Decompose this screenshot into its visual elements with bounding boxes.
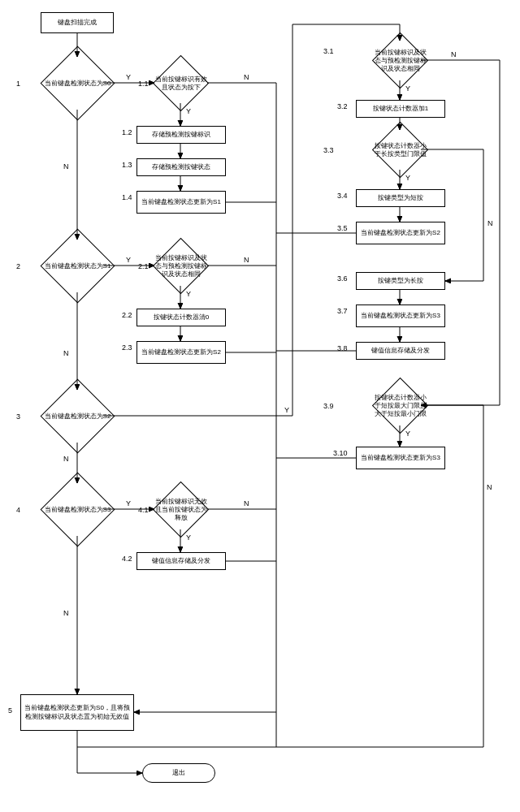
b3-8: 键值信息存储及分发 [356, 342, 445, 360]
n2-3: 2.3 [122, 343, 132, 352]
n3-9: 3.9 [323, 402, 334, 410]
n3-1: 3.1 [323, 47, 334, 55]
d4-1-text: 当前按键标识无效且当前按键状态为释放 [153, 490, 209, 529]
b3-10: 当前键盘检测状态更新为S3 [356, 447, 445, 469]
b1-2: 存储预检测按键标识 [136, 126, 226, 144]
d4-1-Y: Y [186, 533, 191, 542]
d2-1-Y: Y [186, 290, 191, 298]
n5: 5 [8, 706, 12, 715]
d1-text: 当前键盘检测状态为S0 [41, 57, 115, 110]
n4: 4 [16, 506, 20, 514]
b1-3: 存储预检测按键状态 [136, 158, 226, 176]
d3-9-Y: Y [405, 430, 410, 438]
d2-N: N [63, 349, 69, 357]
b5: 当前键盘检测状态更新为S0，且将预检测按键标识及状态置为初始无效值 [20, 694, 134, 731]
n1-4: 1.4 [122, 193, 132, 201]
d1-N: N [63, 162, 69, 171]
b4-2: 键值信息存储及分发 [136, 552, 226, 570]
n3-2: 3.2 [337, 102, 348, 110]
d4-1-N: N [244, 499, 249, 508]
d3-1-text: 当前按键标识及状态与预检测按键标识及状态相同 [372, 41, 428, 80]
start: 键盘扫描完成 [41, 12, 114, 33]
d3-1: 当前按键标识及状态与预检测按键标识及状态相同 [380, 41, 420, 80]
b1-4: 当前键盘检测状态更新为S1 [136, 191, 226, 214]
d3-9-text: 按键状态计数器小于短按最大门限且大于短按最小门限 [372, 386, 428, 425]
d4-text: 当前键盘检测状态为S3 [41, 483, 115, 536]
d1-1-Y: Y [186, 107, 191, 115]
d2-1-N: N [244, 256, 249, 264]
n1-3: 1.3 [122, 161, 132, 169]
d3-1-Y: Y [405, 84, 410, 93]
d3-9: 按键状态计数器小于短按最大门限且大于短按最小门限 [380, 386, 420, 425]
d1-1-text: 当前按键标识有效且状态为按下 [153, 63, 209, 103]
d4: 当前键盘检测状态为S3 [51, 483, 104, 536]
b3-5: 当前键盘检测状态更新为S2 [356, 222, 445, 244]
d1: 当前键盘检测状态为S0 [51, 57, 104, 110]
n3-3: 3.3 [323, 146, 334, 154]
d3-text: 当前键盘检测状态为S2 [41, 390, 115, 443]
d2-1: 当前按键标识及状态与预检测按键标识及状态相同 [161, 246, 201, 286]
d4-1: 当前按键标识无效且当前按键状态为释放 [161, 490, 201, 529]
d3-9-N: N [487, 483, 492, 491]
b3-6: 按键类型为长按 [356, 272, 445, 290]
n3-4: 3.4 [337, 192, 348, 200]
d2-text: 当前键盘检测状态为S1 [41, 240, 115, 292]
n1-2: 1.2 [122, 128, 132, 136]
d4-N: N [63, 609, 69, 617]
d2-Y: Y [126, 256, 131, 264]
b3-4: 按键类型为短按 [356, 189, 445, 207]
n2-2: 2.2 [122, 311, 132, 319]
n3: 3 [16, 412, 20, 421]
d3: 当前键盘检测状态为S2 [51, 390, 104, 443]
n2-1: 2.1 [138, 262, 149, 270]
d3-3-text: 按键状态计数器小于长按类型门限值 [372, 130, 428, 170]
d3-Y: Y [284, 406, 289, 414]
b3-7: 当前键盘检测状态更新为S3 [356, 304, 445, 327]
n3-10: 3.10 [333, 449, 348, 457]
d3-1-N: N [451, 50, 457, 58]
d1-1: 当前按键标识有效且状态为按下 [161, 63, 201, 103]
n2: 2 [16, 262, 20, 270]
n3-5: 3.5 [337, 224, 348, 232]
n1: 1 [16, 80, 20, 88]
d3-3: 按键状态计数器小于长按类型门限值 [380, 130, 420, 170]
d4-Y: Y [126, 499, 131, 508]
d3-N: N [63, 455, 69, 463]
d1-1-N: N [244, 73, 249, 81]
n3-7: 3.7 [337, 307, 348, 315]
n4-2: 4.2 [122, 555, 132, 563]
b2-3: 当前键盘检测状态更新为S2 [136, 341, 226, 364]
end: 退出 [142, 763, 215, 783]
d2-1-text: 当前按键标识及状态与预检测按键标识及状态相同 [153, 246, 209, 286]
n1-1: 1.1 [138, 80, 149, 88]
n3-6: 3.6 [337, 274, 348, 283]
d3-3-N: N [488, 219, 493, 227]
b3-2: 按键状态计数器加1 [356, 100, 445, 118]
d3-3-Y: Y [405, 174, 410, 182]
n4-1: 4.1 [138, 506, 149, 514]
d2: 当前键盘检测状态为S1 [51, 240, 104, 292]
d1-Y: Y [126, 73, 131, 81]
b2-2: 按键状态计数器清0 [136, 309, 226, 326]
n3-8: 3.8 [337, 344, 348, 352]
